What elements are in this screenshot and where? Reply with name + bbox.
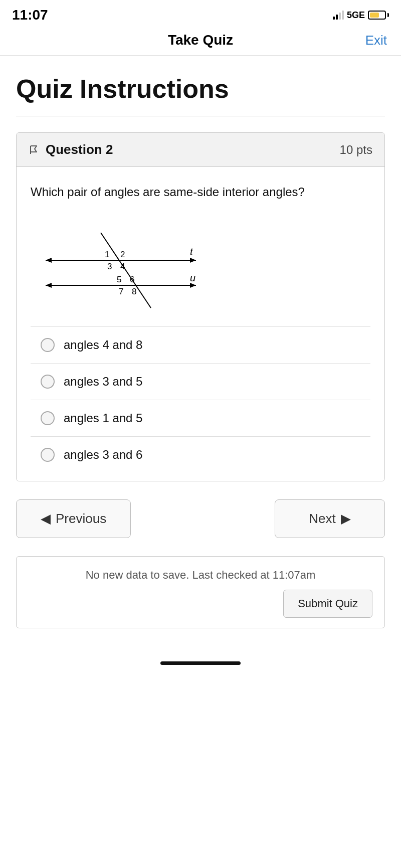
- svg-text:t: t: [190, 246, 193, 257]
- page-divider: [16, 116, 385, 116]
- svg-text:1: 1: [105, 250, 109, 259]
- radio-3[interactable]: [41, 411, 55, 425]
- question-card: Question 2 10 pts Which pair of angles a…: [16, 132, 385, 481]
- svg-text:3: 3: [107, 262, 112, 271]
- answer-option-2[interactable]: angles 3 and 5: [31, 364, 370, 400]
- battery-icon: [368, 11, 389, 20]
- answer-text-4: angles 3 and 6: [64, 448, 142, 462]
- svg-text:5: 5: [117, 275, 121, 284]
- question-points: 10 pts: [340, 143, 372, 157]
- previous-button[interactable]: ◀ Previous: [16, 499, 131, 538]
- save-bar-actions: Submit Quiz: [29, 590, 372, 618]
- next-button[interactable]: Next ▶: [275, 499, 385, 538]
- answer-text-3: angles 1 and 5: [64, 411, 142, 425]
- answer-options: angles 4 and 8 angles 3 and 5 angles 1 a…: [31, 326, 370, 473]
- home-bar: [160, 661, 241, 665]
- answer-option-4[interactable]: angles 3 and 6: [31, 437, 370, 473]
- next-arrow-icon: ▶: [341, 511, 351, 527]
- radio-2[interactable]: [41, 375, 55, 389]
- svg-text:7: 7: [119, 287, 123, 296]
- submit-quiz-button[interactable]: Submit Quiz: [283, 590, 372, 618]
- exit-button[interactable]: Exit: [365, 33, 387, 48]
- question-title: Question 2: [46, 142, 113, 157]
- answer-option-1[interactable]: angles 4 and 8: [31, 327, 370, 364]
- angles-diagram: t u 1 2 3 4 5 6 7 8: [41, 215, 211, 310]
- app-header: Take Quiz Exit: [0, 27, 401, 56]
- question-body: Which pair of angles are same-side inter…: [17, 167, 384, 481]
- question-header: Question 2 10 pts: [17, 133, 384, 167]
- diagram-container: t u 1 2 3 4 5 6 7 8: [41, 215, 370, 310]
- network-label: 5GE: [347, 10, 365, 21]
- nav-buttons: ◀ Previous Next ▶: [16, 499, 385, 556]
- svg-text:6: 6: [130, 275, 134, 284]
- svg-marker-1: [46, 258, 52, 263]
- svg-text:2: 2: [120, 250, 125, 259]
- save-bar-text: No new data to save. Last checked at 11:…: [29, 569, 372, 582]
- svg-text:4: 4: [120, 262, 125, 271]
- answer-option-3[interactable]: angles 1 and 5: [31, 400, 370, 437]
- page-content: Quiz Instructions Question 2 10 pts Whic…: [0, 56, 401, 654]
- status-time: 11:07: [12, 7, 48, 23]
- flag-icon: [29, 144, 40, 155]
- svg-marker-2: [190, 258, 196, 263]
- answer-text-1: angles 4 and 8: [64, 338, 142, 352]
- status-bar: 11:07 5GE: [0, 0, 401, 27]
- svg-text:u: u: [190, 272, 195, 283]
- signal-icon: [333, 11, 344, 20]
- status-icons: 5GE: [333, 10, 389, 21]
- question-text: Which pair of angles are same-side inter…: [31, 183, 370, 201]
- svg-text:8: 8: [132, 287, 136, 296]
- next-label: Next: [309, 511, 335, 527]
- radio-1[interactable]: [41, 338, 55, 352]
- page-title: Quiz Instructions: [16, 74, 385, 104]
- previous-arrow-icon: ◀: [41, 511, 51, 527]
- radio-4[interactable]: [41, 448, 55, 462]
- svg-marker-5: [190, 283, 196, 288]
- question-title-group: Question 2: [29, 142, 113, 157]
- answer-text-2: angles 3 and 5: [64, 375, 142, 389]
- previous-label: Previous: [56, 511, 106, 527]
- svg-marker-4: [46, 283, 52, 288]
- header-title: Take Quiz: [168, 32, 233, 48]
- home-indicator: [0, 654, 401, 675]
- save-bar: No new data to save. Last checked at 11:…: [16, 556, 385, 628]
